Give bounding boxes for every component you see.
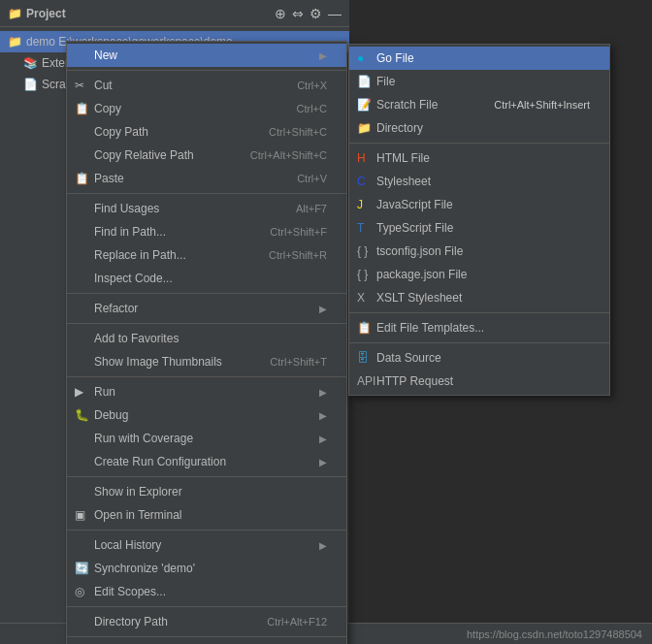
menu-label-copy-path: Copy Path bbox=[94, 125, 249, 139]
menu-label-run: Run bbox=[94, 385, 319, 399]
menu-item-debug[interactable]: 🐛 Debug ▶ bbox=[67, 403, 346, 427]
menu-item-run[interactable]: ▶ Run ▶ bbox=[67, 380, 346, 403]
js-icon: J bbox=[357, 198, 363, 211]
menu-label-debug: Debug bbox=[94, 408, 319, 422]
project-header: 📁 Project ⊕ ⇔ ⚙ — bbox=[0, 0, 349, 27]
submenu-item-js[interactable]: J JavaScript File bbox=[349, 193, 609, 216]
shortcut-cut: Ctrl+X bbox=[297, 80, 327, 91]
scope-icon: ◎ bbox=[75, 585, 84, 598]
menu-label-create-run-config: Create Run Configuration bbox=[94, 455, 319, 468]
submenu-label-package: package.json File bbox=[376, 268, 590, 281]
submenu-item-package[interactable]: { } package.json File bbox=[349, 263, 609, 286]
menu-item-refactor[interactable]: Refactor ▶ bbox=[67, 297, 346, 320]
menu-label-find-in-path: Find in Path... bbox=[94, 225, 250, 239]
collapse-icon[interactable]: ⇔ bbox=[292, 6, 304, 21]
menu-item-add-favorites[interactable]: Add to Favorites bbox=[67, 327, 346, 350]
submenu-item-html[interactable]: H HTML File bbox=[349, 146, 609, 170]
menu-item-replace-in-path[interactable]: Replace in Path... Ctrl+Shift+R bbox=[67, 243, 346, 267]
menu-label-open-terminal: Open in Terminal bbox=[94, 508, 327, 522]
tsconfig-icon: { } bbox=[357, 244, 368, 258]
package-icon: { } bbox=[357, 268, 368, 281]
shortcut-paste: Ctrl+V bbox=[297, 173, 327, 184]
menu-item-copy-path[interactable]: Copy Path Ctrl+Shift+C bbox=[67, 120, 346, 144]
submenu-label-xslt: XSLT Stylesheet bbox=[376, 291, 590, 305]
submenu-label-js: JavaScript File bbox=[376, 198, 590, 211]
menu-item-find-usages[interactable]: Find Usages Alt+F7 bbox=[67, 197, 346, 220]
shortcut-copy-rel-path: Ctrl+Alt+Shift+C bbox=[250, 149, 327, 161]
menu-label-copy: Copy bbox=[94, 102, 277, 115]
menu-item-compare-with[interactable]: Compare With... Ctrl+D bbox=[67, 640, 346, 644]
menu-label-show-thumbnails: Show Image Thumbnails bbox=[94, 355, 250, 369]
submenu-item-datasource[interactable]: 🗄 Data Source bbox=[349, 346, 609, 370]
settings-icon[interactable]: ⚙ bbox=[310, 6, 322, 21]
submenu-item-stylesheet[interactable]: C Stylesheet bbox=[349, 170, 609, 193]
menu-item-synchronize[interactable]: 🔄 Synchronize 'demo' bbox=[67, 557, 346, 580]
submenu-item-tsconfig[interactable]: { } tsconfig.json File bbox=[349, 240, 609, 263]
submenu-item-file[interactable]: 📄 File bbox=[349, 70, 609, 93]
menu-sep-0 bbox=[67, 70, 346, 71]
shortcut-copy: Ctrl+C bbox=[297, 103, 327, 114]
xslt-icon: X bbox=[357, 291, 365, 305]
project-title: Project bbox=[26, 7, 275, 20]
locate-icon[interactable]: ⊕ bbox=[275, 6, 286, 21]
scratch-file-icon: 📝 bbox=[357, 98, 372, 112]
run-icon: ▶ bbox=[75, 385, 83, 399]
menu-item-cut[interactable]: ✂ Cut Ctrl+X bbox=[67, 74, 346, 97]
menu-item-copy[interactable]: 📋 Copy Ctrl+C bbox=[67, 97, 346, 120]
terminal-icon: ▣ bbox=[75, 508, 85, 522]
scratch-icon: 📄 bbox=[23, 78, 38, 91]
menu-item-create-run-config[interactable]: Create Run Configuration ▶ bbox=[67, 450, 346, 473]
datasource-icon: 🗄 bbox=[357, 351, 369, 365]
menu-item-run-coverage[interactable]: Run with Coverage ▶ bbox=[67, 427, 346, 450]
shortcut-find-in-path: Ctrl+Shift+F bbox=[270, 226, 327, 238]
menu-item-inspect-code[interactable]: Inspect Code... bbox=[67, 267, 346, 290]
menu-sep-1 bbox=[67, 193, 346, 194]
submenu-arrow-refactor: ▶ bbox=[319, 304, 327, 314]
submenu-label-file: File bbox=[376, 75, 590, 88]
menu-item-find-in-path[interactable]: Find in Path... Ctrl+Shift+F bbox=[67, 220, 346, 243]
submenu-item-scratch-file[interactable]: 📝 Scratch File Ctrl+Alt+Shift+Insert bbox=[349, 93, 609, 116]
submenu-item-http[interactable]: API HTTP Request bbox=[349, 370, 609, 393]
submenu-item-xslt[interactable]: X XSLT Stylesheet bbox=[349, 286, 609, 309]
shortcut-replace-in-path: Ctrl+Shift+R bbox=[269, 249, 327, 261]
submenu-label-stylesheet: Stylesheet bbox=[376, 175, 590, 188]
submenu-arrow-run: ▶ bbox=[319, 387, 327, 398]
menu-sep-4 bbox=[67, 376, 346, 377]
menu-item-paste[interactable]: 📋 Paste Ctrl+V bbox=[67, 167, 346, 190]
submenu-arrow-new: ▶ bbox=[319, 50, 327, 61]
submenu-item-templates[interactable]: 📋 Edit File Templates... bbox=[349, 316, 609, 339]
submenu-sep-1 bbox=[349, 143, 609, 144]
menu-item-new[interactable]: New ▶ ● Go File 📄 File 📝 Scratch File Ct… bbox=[67, 44, 346, 67]
menu-item-edit-scopes[interactable]: ◎ Edit Scopes... bbox=[67, 580, 346, 603]
template-icon: 📋 bbox=[357, 321, 372, 335]
header-icons: ⊕ ⇔ ⚙ — bbox=[275, 6, 342, 21]
submenu-item-go-file[interactable]: ● Go File bbox=[349, 47, 609, 70]
ts-icon: T bbox=[357, 221, 364, 235]
submenu-label-go-file: Go File bbox=[376, 51, 590, 65]
sync-icon: 🔄 bbox=[75, 562, 89, 575]
menu-sep-7 bbox=[67, 606, 346, 607]
submenu-item-directory[interactable]: 📁 Directory bbox=[349, 116, 609, 140]
menu-label-run-coverage: Run with Coverage bbox=[94, 432, 319, 445]
menu-item-copy-rel-path[interactable]: Copy Relative Path Ctrl+Alt+Shift+C bbox=[67, 144, 346, 167]
cut-icon: ✂ bbox=[75, 79, 84, 92]
menu-item-dir-path[interactable]: Directory Path Ctrl+Alt+F12 bbox=[67, 610, 346, 633]
close-icon[interactable]: — bbox=[328, 6, 342, 21]
shortcut-find-usages: Alt+F7 bbox=[296, 203, 327, 214]
menu-label-cut: Cut bbox=[94, 79, 277, 92]
menu-label-edit-scopes: Edit Scopes... bbox=[94, 585, 327, 598]
go-file-icon: ● bbox=[357, 51, 364, 65]
submenu-item-ts[interactable]: T TypeScript File bbox=[349, 216, 609, 240]
debug-icon: 🐛 bbox=[75, 408, 89, 422]
menu-item-local-history[interactable]: Local History ▶ bbox=[67, 533, 346, 557]
menu-item-show-explorer[interactable]: Show in Explorer bbox=[67, 480, 346, 503]
menu-label-local-history: Local History bbox=[94, 538, 319, 552]
shortcut-scratch: Ctrl+Alt+Shift+Insert bbox=[494, 99, 590, 111]
html-icon: H bbox=[357, 151, 366, 165]
copy-icon: 📋 bbox=[75, 102, 89, 115]
submenu-arrow-run-config: ▶ bbox=[319, 457, 327, 467]
menu-item-show-thumbnails[interactable]: Show Image Thumbnails Ctrl+Shift+T bbox=[67, 350, 346, 373]
menu-label-dir-path: Directory Path bbox=[94, 615, 247, 628]
menu-item-open-terminal[interactable]: ▣ Open in Terminal bbox=[67, 503, 346, 527]
menu-label-add-favorites: Add to Favorites bbox=[94, 332, 327, 345]
